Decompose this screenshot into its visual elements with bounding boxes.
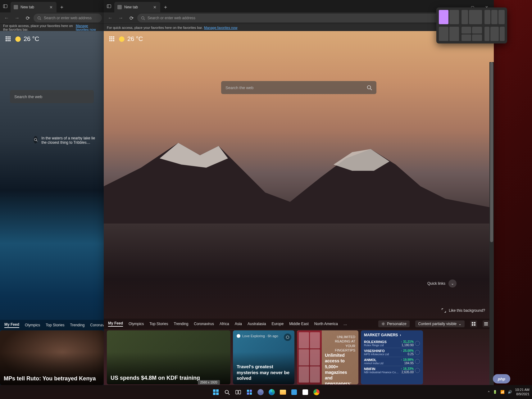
- like-background-link[interactable]: Like this background?: [441, 308, 485, 313]
- web-search-box[interactable]: [221, 81, 376, 94]
- snap-layouts-popup: [436, 7, 507, 43]
- new-tab-page: 26 °C Quick links ⌄ Like this background…: [104, 31, 494, 385]
- stock-row[interactable]: NBIFINNBI Industrial Finance Co…↑ 16.33%…: [364, 366, 420, 375]
- web-search-input[interactable]: [225, 85, 366, 90]
- weather-widget[interactable]: 26 °C: [119, 35, 143, 43]
- chrome-icon[interactable]: [312, 388, 321, 397]
- taskbar-app-icon[interactable]: [256, 388, 265, 397]
- news-card-headline: MPs tell Ruto: You betrayed Kenya: [4, 375, 100, 382]
- stock-price: 2,635.00: [401, 370, 414, 374]
- scrollbar-thumb[interactable]: [490, 62, 493, 242]
- browser-tab[interactable]: New tab ✕: [114, 2, 160, 12]
- start-button[interactable]: [211, 388, 221, 397]
- like-background-label: Like this background?: [449, 308, 485, 313]
- apps-grid-icon[interactable]: [6, 36, 11, 42]
- file-explorer-icon[interactable]: [278, 388, 288, 397]
- tab-close-button[interactable]: ✕: [152, 5, 157, 10]
- stock-pct: ↑ 16.33%: [401, 367, 414, 370]
- temperature: 26 °C: [127, 35, 143, 43]
- edge-icon[interactable]: [267, 388, 276, 397]
- web-search-input[interactable]: [14, 94, 89, 99]
- feed-tab[interactable]: Australasia: [248, 322, 266, 326]
- quick-links-toggle[interactable]: Quick links ⌄: [427, 279, 457, 288]
- temperature: 26 °C: [24, 35, 39, 43]
- feed-tab[interactable]: Africa: [220, 322, 229, 326]
- feed-tab[interactable]: Olympics: [129, 322, 144, 326]
- feed-tab[interactable]: Coronavirus: [194, 322, 214, 326]
- feed-tab[interactable]: Europe: [271, 322, 284, 326]
- feed-tab-myfeed[interactable]: My Feed: [4, 322, 19, 328]
- battery-icon[interactable]: 🔋: [493, 390, 497, 394]
- content-visibility-dropdown[interactable]: Content partially visible ⌄: [415, 320, 465, 327]
- image-caption[interactable]: In the waters of a nearby lake lie the c…: [34, 136, 99, 145]
- new-tab-button[interactable]: ＋: [57, 2, 67, 12]
- browser-window-left: New tab ✕ ＋ ← → ⟳ Search or enter web ad…: [0, 0, 104, 385]
- market-gainers-header: MARKET GAINERS›: [364, 333, 420, 337]
- stock-row[interactable]: VISESHINFOMPS Infotecnics Ltd↑ 25.00%0.2…: [364, 348, 420, 357]
- stock-row[interactable]: ANMOLAnmol India Ltd↑ 19.98%184.95: [364, 357, 420, 366]
- taskbar-app-icon[interactable]: [301, 388, 310, 397]
- back-button[interactable]: ←: [106, 13, 115, 23]
- manage-favorites-link[interactable]: Manage favorites now: [76, 24, 101, 31]
- snap-layout-half-stack[interactable]: [439, 27, 459, 41]
- feed-tab[interactable]: Coronavirus: [90, 323, 104, 327]
- stock-symbol: ANMOL: [364, 358, 401, 362]
- vertical-scrollbar[interactable]: [489, 62, 494, 385]
- manage-favorites-link[interactable]: Manage favorites now: [204, 26, 238, 29]
- add-stock-icon[interactable]: [415, 350, 420, 355]
- feed-tab[interactable]: North America: [314, 322, 338, 326]
- feed-tab[interactable]: Asia: [235, 322, 242, 326]
- snap-layout-thirds[interactable]: [484, 10, 505, 24]
- address-bar[interactable]: Search or enter web address: [34, 14, 102, 22]
- feed-tab[interactable]: Top Stories: [149, 322, 168, 326]
- store-icon[interactable]: [289, 388, 299, 397]
- browser-tab[interactable]: New tab ✕: [11, 2, 57, 12]
- weather-widget[interactable]: 26 °C: [15, 35, 39, 43]
- feed-tab-myfeed[interactable]: My Feed: [108, 321, 123, 327]
- news-card[interactable]: US spends $4.8M on KDF training: [107, 330, 230, 384]
- new-tab-button[interactable]: ＋: [160, 2, 171, 12]
- task-view-button[interactable]: [234, 388, 243, 397]
- news-card[interactable]: Love Exploring · 6h ago Travel's greates…: [233, 330, 294, 384]
- feed-tab[interactable]: Trending: [174, 322, 188, 326]
- tray-chevron-up-icon[interactable]: ^: [488, 390, 489, 394]
- web-search-box[interactable]: [10, 90, 94, 103]
- reload-button[interactable]: ⟳: [127, 13, 136, 23]
- back-button[interactable]: ←: [2, 13, 11, 23]
- news-card[interactable]: MPs tell Ruto: You betrayed Kenya: [0, 330, 104, 385]
- snap-layout-half[interactable]: [439, 10, 459, 24]
- save-card-button[interactable]: [284, 333, 291, 341]
- personalize-button[interactable]: Personalize: [378, 320, 410, 327]
- volume-icon[interactable]: 🔊: [508, 390, 512, 394]
- layout-grid-button[interactable]: [470, 320, 477, 327]
- feed-tab[interactable]: Top Stories: [46, 323, 64, 327]
- feed-tab[interactable]: Middle East: [289, 322, 309, 326]
- address-bar[interactable]: Search or enter web address: [137, 14, 453, 22]
- reload-button[interactable]: ⟳: [23, 13, 32, 23]
- svg-line-9: [144, 19, 145, 20]
- feed-tab-more[interactable]: …: [343, 322, 347, 326]
- clock[interactable]: 10:21 AM 8/9/2021: [515, 388, 530, 396]
- layout-list-button[interactable]: [483, 320, 489, 327]
- vertical-tabs-button[interactable]: [104, 0, 114, 12]
- search-button[interactable]: [222, 388, 232, 397]
- tab-close-button[interactable]: ✕: [48, 5, 53, 10]
- stock-row[interactable]: ROLEXRINGSRolex Rings Ltd↑ 31.21%1,180.9…: [364, 339, 420, 348]
- ad-headline: Unlimited access to 5,000+ magazines and…: [325, 352, 355, 384]
- snap-layout-onethird-twothird[interactable]: [462, 10, 482, 24]
- snap-layout-wide-center[interactable]: [484, 27, 505, 41]
- market-gainers-card[interactable]: MARKET GAINERS› ROLEXRINGSRolex Rings Lt…: [361, 330, 423, 384]
- feed-tab[interactable]: Trending: [70, 323, 84, 327]
- apps-grid-icon[interactable]: [109, 36, 115, 42]
- vertical-tabs-button[interactable]: [0, 0, 11, 12]
- ad-card[interactable]: UNLIMITED READING AT YOUR FINGERTIPS Unl…: [297, 330, 358, 384]
- add-stock-icon[interactable]: [415, 341, 420, 346]
- feed-tab[interactable]: Olympics: [25, 323, 40, 327]
- chevron-down-icon: ⌄: [458, 322, 462, 326]
- snap-layout-quadrant[interactable]: [462, 27, 482, 41]
- add-stock-icon[interactable]: [415, 368, 420, 373]
- add-stock-icon[interactable]: [415, 359, 420, 364]
- wifi-icon[interactable]: 📶: [500, 390, 505, 394]
- widgets-button[interactable]: [245, 388, 254, 397]
- search-submit-icon[interactable]: [366, 85, 372, 90]
